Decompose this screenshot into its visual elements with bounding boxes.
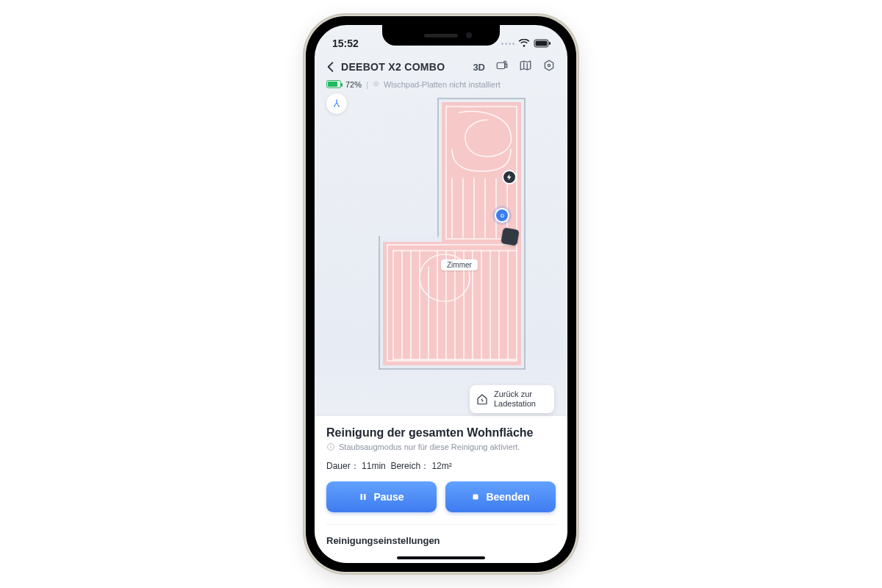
end-label: Beenden <box>486 491 529 503</box>
cell-signal-icon <box>501 43 514 45</box>
duration-label: Dauer <box>326 461 359 471</box>
header-actions: 3D <box>473 59 556 75</box>
phone-frame: 15:52 DEEBOT X2 COMBO 3D <box>306 16 576 572</box>
area-value: 12m² <box>431 461 451 471</box>
ai-icon <box>331 98 342 109</box>
info-icon <box>326 442 335 451</box>
cleaning-panel: Reinigung der gesamten Wohnfläche Staubs… <box>315 416 567 563</box>
svg-rect-14 <box>473 495 478 500</box>
status-line: 72% | ✲ Wischpad-Platten nicht installie… <box>315 75 567 89</box>
settings-hex-icon <box>542 59 556 72</box>
battery-pill-icon <box>326 80 341 88</box>
map-area[interactable]: Zimmer Zurück zur Ladestation <box>315 89 567 416</box>
svg-point-8 <box>338 106 340 107</box>
svg-rect-13 <box>364 494 366 500</box>
panel-title: Reinigung der gesamten Wohnfläche <box>326 426 556 440</box>
back-button[interactable]: DEEBOT X2 COMBO <box>323 60 445 74</box>
svg-rect-12 <box>361 494 363 500</box>
charging-dock-marker[interactable] <box>502 170 517 184</box>
svg-point-4 <box>504 61 506 63</box>
map-manage-button[interactable] <box>519 59 532 75</box>
clock: 15:52 <box>332 37 359 49</box>
return-to-dock-label: Zurück zur Ladestation <box>494 390 547 409</box>
battery-percent: 72% <box>345 80 362 89</box>
panel-subtitle-text: Staubsaugmodus nur für diese Reinigung a… <box>339 442 520 451</box>
pause-icon <box>359 492 368 501</box>
device-name: DEEBOT X2 COMBO <box>341 61 445 73</box>
svg-rect-2 <box>549 42 551 45</box>
mop-icon: ✲ <box>373 79 379 89</box>
home-charge-icon <box>476 392 489 406</box>
svg-rect-1 <box>536 41 548 46</box>
pause-button[interactable]: Pause <box>326 481 437 512</box>
room-label[interactable]: Zimmer <box>441 259 478 270</box>
status-right <box>501 39 551 48</box>
robot-position-marker[interactable] <box>495 208 509 223</box>
home-indicator[interactable] <box>397 556 485 559</box>
screen: 15:52 DEEBOT X2 COMBO 3D <box>315 25 567 563</box>
camera-icon <box>495 59 509 72</box>
view-3d-button[interactable]: 3D <box>473 62 485 73</box>
camera-button[interactable] <box>495 59 509 75</box>
settings-button[interactable] <box>542 59 556 75</box>
svg-point-7 <box>334 106 335 107</box>
pause-label: Pause <box>373 491 404 503</box>
battery-icon <box>534 39 551 48</box>
svg-point-10 <box>330 445 331 445</box>
return-to-dock-button[interactable]: Zurück zur Ladestation <box>470 385 554 413</box>
app-header: DEEBOT X2 COMBO 3D <box>315 54 567 75</box>
area-label: Bereich <box>390 461 429 471</box>
separator: | <box>366 80 368 89</box>
map-icon <box>519 59 532 72</box>
cleaning-stats: Dauer 11min Bereich 12m² <box>326 460 556 473</box>
robot-body-icon <box>501 227 519 245</box>
notch <box>382 25 500 46</box>
floor-map[interactable]: Zimmer <box>349 98 533 370</box>
chevron-left-icon <box>323 60 338 74</box>
bolt-icon <box>506 173 513 181</box>
ai-mode-badge[interactable] <box>326 93 347 114</box>
panel-subtitle: Staubsaugmodus nur für diese Reinigung a… <box>326 442 556 451</box>
stop-icon <box>471 492 480 501</box>
svg-rect-3 <box>497 62 505 68</box>
cleaning-settings-row[interactable]: Reinigungseinstellungen <box>326 524 556 553</box>
svg-point-6 <box>336 99 337 101</box>
svg-point-5 <box>548 64 550 66</box>
wifi-icon <box>518 39 530 48</box>
end-button[interactable]: Beenden <box>445 481 556 512</box>
svg-rect-11 <box>331 446 331 448</box>
duration-value: 11min <box>362 461 386 471</box>
accessory-status: Wischpad-Platten nicht installiert <box>384 80 501 89</box>
